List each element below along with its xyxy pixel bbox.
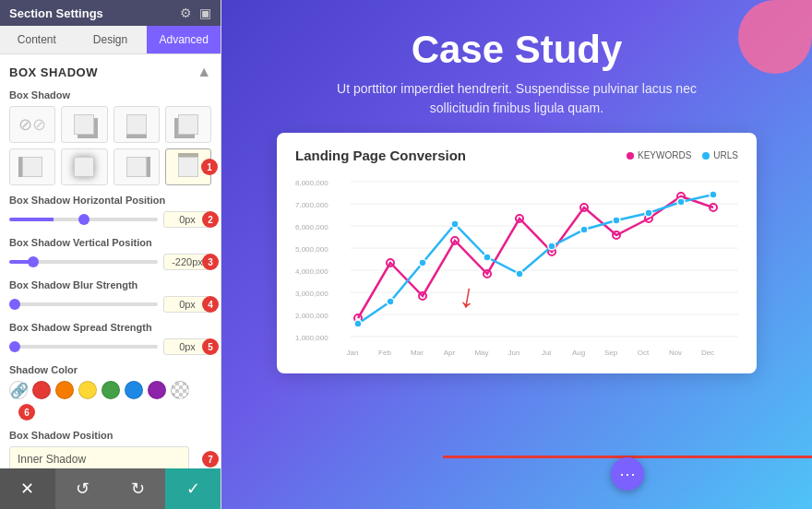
undo-button[interactable]: ↺	[55, 468, 111, 509]
tab-design[interactable]: Design	[74, 26, 148, 53]
color-transparent[interactable]: 🔗	[9, 381, 28, 399]
section-toggle[interactable]: ▲	[197, 64, 211, 80]
page-subtitle: Ut porttitor imperdiet hendrerit. Suspen…	[323, 79, 710, 118]
step-badge-2: 2	[202, 211, 219, 228]
shadow-position-select[interactable]: Inner Shadow Outer Shadow	[9, 446, 189, 468]
svg-text:5,000,000: 5,000,000	[295, 245, 328, 254]
bottom-toolbar: ✕ ↺ ↻ ✓	[0, 468, 221, 509]
spread-slider-row: 0px 5	[9, 338, 211, 355]
tab-content[interactable]: Content	[0, 26, 74, 53]
shadow-style-1[interactable]	[61, 106, 107, 143]
redo-button[interactable]: ↻	[111, 468, 166, 509]
redo-icon: ↻	[131, 479, 145, 499]
section-header: Box Shadow ▲	[9, 64, 211, 80]
horizontal-slider[interactable]	[9, 218, 158, 221]
blur-slider[interactable]	[9, 302, 158, 306]
section-title: Box Shadow	[9, 65, 98, 79]
step-badge-5: 5	[202, 338, 219, 355]
shadow-style-2[interactable]	[113, 106, 160, 143]
panel-title: Section Settings	[9, 6, 103, 20]
settings-icon[interactable]: ⚙	[180, 6, 192, 20]
legend-urls-dot	[702, 152, 710, 160]
svg-point-35	[580, 226, 588, 233]
vertical-slider-row: -220px 3	[9, 254, 211, 270]
panel-header: Section Settings ⚙ ▣	[0, 0, 221, 26]
svg-point-29	[387, 298, 394, 305]
svg-text:1,000,000: 1,000,000	[295, 334, 328, 342]
save-button[interactable]: ✓	[165, 468, 221, 509]
svg-point-34	[548, 243, 555, 250]
color-blue[interactable]	[125, 381, 143, 399]
svg-text:Apr: Apr	[444, 349, 456, 357]
cancel-button[interactable]: ✕	[0, 468, 55, 509]
vertical-label: Box Shadow Vertical Position	[9, 237, 211, 248]
cancel-icon: ✕	[20, 479, 34, 499]
svg-text:May: May	[474, 349, 488, 357]
horizontal-label: Box Shadow Horizontal Position	[9, 195, 211, 206]
chart-svg: 8,000,000 7,000,000 6,000,000 5,000,000 …	[295, 174, 738, 359]
chart-card: Landing Page Conversion KEYWORDS URLS 8,…	[277, 133, 757, 373]
shadow-style-5[interactable]	[61, 148, 107, 185]
svg-text:7,000,000: 7,000,000	[295, 201, 328, 209]
svg-text:2,000,000: 2,000,000	[295, 312, 328, 320]
panel-content: Box Shadow ▲ Box Shadow ⊘ 1 Box Shadow H…	[0, 54, 221, 468]
chart-title: Landing Page Conversion	[295, 148, 466, 163]
color-swatches: 🔗 6	[9, 381, 211, 420]
svg-text:Mar: Mar	[411, 349, 424, 357]
svg-text:6,000,000: 6,000,000	[295, 223, 328, 231]
color-checkerboard[interactable]	[171, 381, 189, 399]
vertical-slider[interactable]	[9, 260, 158, 264]
page-title: Case Study	[412, 28, 623, 72]
legend-urls: URLS	[702, 150, 738, 160]
blur-label: Box Shadow Blur Strength	[9, 279, 211, 290]
chart-area: 8,000,000 7,000,000 6,000,000 5,000,000 …	[295, 174, 738, 359]
blur-slider-row: 0px 4	[9, 296, 211, 313]
box-shadow-label: Box Shadow	[9, 89, 211, 101]
legend-keywords-dot	[627, 152, 634, 160]
shadow-none[interactable]: ⊘	[9, 106, 55, 143]
step-badge-3: 3	[202, 254, 219, 270]
step-badge-6: 6	[18, 404, 35, 420]
svg-text:Nov: Nov	[669, 349, 682, 357]
svg-point-37	[645, 209, 652, 217]
step-badge-1: 1	[201, 159, 218, 175]
fab-button[interactable]: ⋯	[611, 457, 644, 491]
svg-text:Sep: Sep	[604, 349, 618, 357]
tab-advanced[interactable]: Advanced	[147, 26, 221, 53]
save-icon: ✓	[186, 479, 200, 499]
svg-text:Oct: Oct	[638, 349, 650, 357]
panel-header-icons: ⚙ ▣	[180, 6, 211, 20]
svg-point-39	[710, 191, 717, 198]
undo-icon: ↺	[76, 479, 90, 499]
shadow-style-active[interactable]: 1	[165, 148, 211, 185]
svg-point-38	[677, 198, 685, 206]
svg-text:Aug: Aug	[572, 349, 585, 357]
spread-label: Box Shadow Spread Strength	[9, 322, 211, 333]
color-purple[interactable]	[148, 381, 166, 399]
color-yellow[interactable]	[78, 381, 97, 399]
shadow-position-row: Inner Shadow Outer Shadow 7	[9, 446, 211, 468]
color-orange[interactable]	[55, 381, 74, 399]
svg-text:Jul: Jul	[542, 349, 551, 357]
svg-text:8,000,000: 8,000,000	[295, 179, 328, 187]
color-green[interactable]	[102, 381, 120, 399]
svg-point-28	[354, 320, 362, 327]
spread-slider[interactable]	[9, 345, 158, 349]
shadow-style-6[interactable]	[113, 148, 160, 185]
tab-bar: Content Design Advanced	[0, 26, 221, 54]
shadow-style-3[interactable]	[165, 106, 211, 143]
step-badge-4: 4	[202, 296, 219, 313]
legend-keywords-label: KEYWORDS	[638, 150, 691, 160]
svg-point-33	[516, 270, 523, 278]
chart-legend: KEYWORDS URLS	[627, 150, 738, 160]
chart-header: Landing Page Conversion KEYWORDS URLS	[295, 148, 738, 163]
legend-urls-label: URLS	[713, 150, 738, 160]
svg-text:Feb: Feb	[378, 349, 391, 357]
main-content: Case Study Ut porttitor imperdiet hendre…	[221, 0, 812, 509]
shadow-style-4[interactable]	[9, 148, 55, 185]
svg-point-30	[419, 259, 426, 266]
layout-icon[interactable]: ▣	[199, 6, 211, 20]
svg-text:4,000,000: 4,000,000	[295, 267, 328, 276]
legend-keywords: KEYWORDS	[627, 150, 691, 160]
color-red[interactable]	[32, 381, 51, 399]
